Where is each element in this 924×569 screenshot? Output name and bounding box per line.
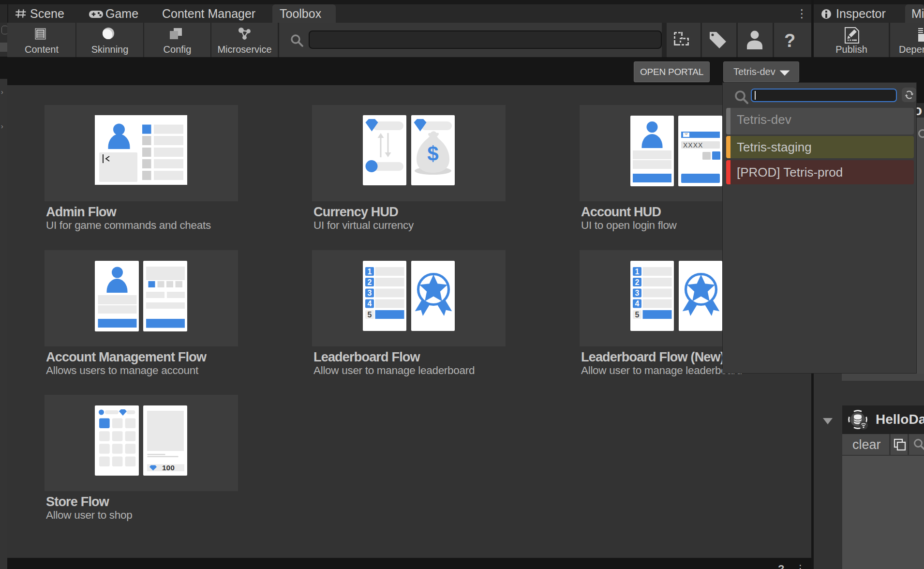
svg-text:4: 4 — [635, 299, 640, 308]
svg-text:1: 1 — [635, 268, 640, 276]
svg-text:4: 4 — [368, 299, 372, 308]
svg-text:3: 3 — [635, 289, 640, 297]
svg-text:3: 3 — [368, 289, 372, 297]
svg-text:$: $ — [427, 142, 438, 165]
svg-text:2: 2 — [635, 278, 640, 286]
svg-text:5: 5 — [635, 311, 640, 319]
svg-text:XXXX: XXXX — [683, 141, 703, 149]
svg-text:1: 1 — [368, 268, 372, 276]
svg-text:100: 100 — [162, 464, 175, 472]
svg-text:2: 2 — [368, 278, 372, 286]
svg-text:5: 5 — [368, 311, 372, 319]
